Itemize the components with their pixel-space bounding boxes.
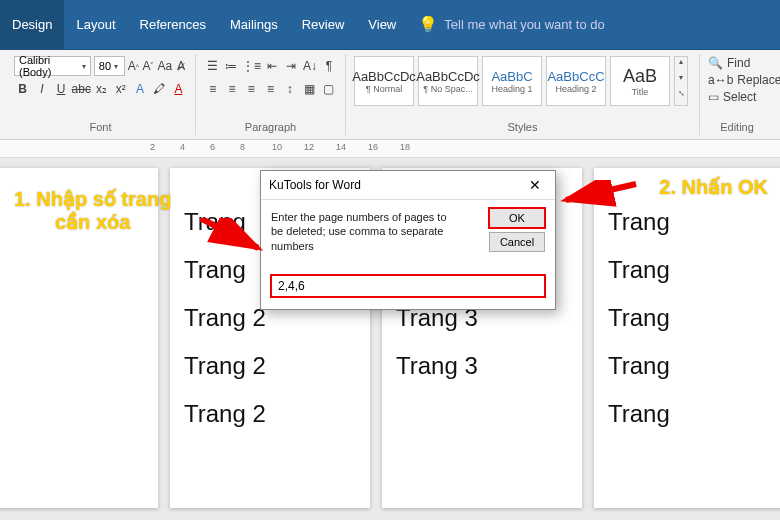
tab-mailings[interactable]: Mailings (218, 0, 290, 49)
change-case-icon[interactable]: Aa (157, 56, 172, 76)
tab-view[interactable]: View (356, 0, 408, 49)
sort-icon[interactable]: A↓ (302, 56, 318, 76)
multilevel-icon[interactable]: ⋮≡ (242, 56, 261, 76)
tab-layout[interactable]: Layout (64, 0, 127, 49)
indent-left-icon[interactable]: ⇤ (264, 56, 280, 76)
style-heading1[interactable]: AaBbCHeading 1 (482, 56, 542, 106)
ribbon: Calibri (Body)▾ 80▾ A^ A˅ Aa A̷ B I U ab… (0, 50, 780, 140)
styles-group: AaBbCcDc¶ Normal AaBbCcDc¶ No Spac... Aa… (346, 54, 700, 135)
tab-design[interactable]: Design (0, 0, 64, 49)
replace-icon: a↔b (708, 73, 733, 87)
tab-references[interactable]: References (128, 0, 218, 49)
align-left-icon[interactable]: ≡ (204, 79, 221, 99)
annotation-2: 2. Nhấn OK (659, 176, 768, 199)
subscript-icon[interactable]: x₂ (93, 79, 110, 99)
font-size-select[interactable]: 80▾ (94, 56, 125, 76)
dialog-title: KuTools for Word (269, 178, 361, 192)
paragraph-group-label: Paragraph (204, 121, 337, 135)
style-normal[interactable]: AaBbCcDc¶ Normal (354, 56, 414, 106)
italic-icon[interactable]: I (33, 79, 50, 99)
svg-line-0 (200, 218, 258, 248)
dialog-message: Enter the page numbers of pages to be de… (271, 210, 461, 253)
editing-group-label: Editing (708, 121, 766, 135)
tell-me-input[interactable]: Tell me what you want to do (444, 0, 604, 49)
pilcrow-icon[interactable]: ¶ (321, 56, 337, 76)
text-effects-icon[interactable]: A (131, 79, 148, 99)
arrow-1 (200, 218, 270, 258)
styles-group-label: Styles (354, 121, 691, 135)
ribbon-tabs: Design Layout References Mailings Review… (0, 0, 780, 50)
select-icon: ▭ (708, 90, 719, 104)
find-button[interactable]: 🔍Find (708, 56, 766, 70)
page-numbers-input[interactable] (271, 275, 545, 297)
bold-icon[interactable]: B (14, 79, 31, 99)
numbering-icon[interactable]: ≔ (223, 56, 239, 76)
cancel-button[interactable]: Cancel (489, 232, 545, 252)
line-spacing-icon[interactable]: ↕ (281, 79, 298, 99)
arrow-2 (560, 180, 640, 210)
svg-line-1 (566, 184, 636, 200)
style-heading2[interactable]: AaBbCcCHeading 2 (546, 56, 606, 106)
superscript-icon[interactable]: x² (112, 79, 129, 99)
editing-group: 🔍Find a↔bReplace ▭Select Editing (700, 54, 774, 135)
find-icon: 🔍 (708, 56, 723, 70)
bullets-icon[interactable]: ☰ (204, 56, 220, 76)
highlight-icon[interactable]: 🖍 (151, 79, 168, 99)
lightbulb-icon: 💡 (418, 0, 438, 49)
shading-icon[interactable]: ▦ (300, 79, 317, 99)
style-title[interactable]: AaBTitle (610, 56, 670, 106)
chevron-down-icon: ▾ (114, 62, 118, 71)
shrink-font-icon[interactable]: A˅ (142, 56, 154, 76)
clear-format-icon[interactable]: A̷ (175, 56, 187, 76)
ok-button[interactable]: OK (489, 208, 545, 228)
ruler: 2 4 6 8 10 12 14 16 18 (0, 140, 780, 158)
chevron-down-icon: ▾ (82, 62, 86, 71)
align-center-icon[interactable]: ≡ (223, 79, 240, 99)
font-group: Calibri (Body)▾ 80▾ A^ A˅ Aa A̷ B I U ab… (6, 54, 196, 135)
annotation-1: 1. Nhập số trang cần xóa (14, 188, 171, 234)
font-group-label: Font (14, 121, 187, 135)
font-color-icon[interactable]: A (170, 79, 187, 99)
select-button[interactable]: ▭Select (708, 90, 766, 104)
borders-icon[interactable]: ▢ (320, 79, 337, 99)
tab-review[interactable]: Review (290, 0, 357, 49)
font-name-select[interactable]: Calibri (Body)▾ (14, 56, 91, 76)
justify-icon[interactable]: ≡ (262, 79, 279, 99)
strike-icon[interactable]: abc (72, 79, 91, 99)
page-col4[interactable]: Trang Trang Trang Trang Trang (594, 168, 780, 508)
close-icon[interactable]: ✕ (523, 177, 547, 193)
align-right-icon[interactable]: ≡ (243, 79, 260, 99)
kutools-dialog: KuTools for Word ✕ Enter the page number… (260, 170, 556, 310)
grow-font-icon[interactable]: A^ (128, 56, 140, 76)
style-no-spacing[interactable]: AaBbCcDc¶ No Spac... (418, 56, 478, 106)
replace-button[interactable]: a↔bReplace (708, 73, 766, 87)
indent-right-icon[interactable]: ⇥ (283, 56, 299, 76)
styles-expand[interactable]: ▴▾⤡ (674, 56, 688, 106)
underline-icon[interactable]: U (52, 79, 69, 99)
paragraph-group: ☰ ≔ ⋮≡ ⇤ ⇥ A↓ ¶ ≡ ≡ ≡ ≡ ↕ ▦ ▢ Paragraph (196, 54, 346, 135)
